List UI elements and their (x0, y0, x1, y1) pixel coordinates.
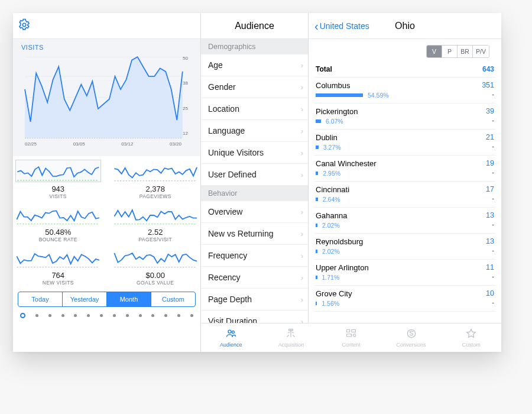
chevron-right-icon: › (301, 170, 303, 179)
page-dot[interactable] (151, 314, 154, 317)
menu-item-label: Gender (208, 82, 236, 92)
menu-item-location[interactable]: Location › (201, 98, 308, 120)
back-button[interactable]: ‹ United States (314, 21, 369, 31)
city-name: Grove City (316, 289, 352, 298)
conversions-icon (405, 328, 418, 341)
segment-custom[interactable]: Custom (151, 292, 195, 306)
metric-value: 943 (15, 185, 101, 193)
tabbar-label: Custom (462, 342, 481, 348)
bottom-tab-bar: Audience Acquisition Content Conversions… (201, 323, 501, 352)
menu-item-new-vs-returning[interactable]: New vs Returning › (201, 223, 308, 245)
audience-menu-list: DemographicsAge ›Gender ›Location ›Langu… (201, 39, 308, 352)
page-dot[interactable] (87, 314, 90, 317)
gear-icon[interactable] (18, 18, 31, 34)
menu-item-label: Page Depth (208, 295, 252, 304)
metric-label: BOUNCE RATE (15, 237, 101, 242)
app-frame: VISITS 50382512 02/2503/0503/1203/20 943… (13, 13, 501, 352)
city-name: Reynoldsburg (316, 237, 363, 246)
menu-item-user-defined[interactable]: User Defined › (201, 164, 308, 186)
metric-thumb-goals-value[interactable]: $0.00 GOALS VALUE (113, 246, 199, 286)
page-dot[interactable] (139, 314, 142, 317)
city-row[interactable]: Dublin 21 3.27% - (314, 130, 495, 156)
tabbar-content[interactable]: Content (321, 324, 381, 352)
menu-item-frequency[interactable]: Frequency › (201, 245, 308, 267)
menu-item-label: Location (208, 104, 239, 114)
metric-tab-br[interactable]: BR (458, 46, 473, 57)
page-dot[interactable] (35, 314, 38, 317)
section-header: Behavior (201, 186, 308, 201)
city-secondary: - (492, 195, 494, 202)
city-bar (316, 172, 318, 175)
main-chart[interactable]: 50382512 02/2503/0503/1203/20 (21, 53, 194, 149)
page-dot[interactable] (48, 314, 51, 317)
city-row[interactable]: Upper Arlington 11 1.71% - (314, 260, 495, 286)
city-percent: 2.02% (322, 248, 340, 255)
menu-item-page-depth[interactable]: Page Depth › (201, 289, 308, 310)
metric-tab-pv[interactable]: P/V (473, 46, 489, 57)
menu-item-gender[interactable]: Gender › (201, 76, 308, 98)
city-value: 19 (486, 159, 494, 168)
section-header: Demographics (201, 39, 308, 54)
city-percent: 2.64% (323, 196, 340, 203)
city-percent: 1.56% (322, 300, 339, 307)
segment-month[interactable]: Month (107, 292, 151, 306)
city-name: Dublin (316, 133, 338, 142)
page-dot[interactable] (177, 314, 180, 317)
page-dot[interactable] (61, 314, 64, 317)
city-secondary: - (492, 117, 494, 124)
svg-point-0 (22, 23, 26, 27)
tabbar-conversions[interactable]: Conversions (381, 324, 442, 352)
metric-tab-v[interactable]: V (427, 46, 442, 57)
tabbar-custom[interactable]: Custom (441, 324, 501, 352)
metric-thumb-new-visits[interactable]: 764 NEW VISITS (15, 246, 101, 286)
acquisition-icon (284, 328, 297, 341)
metric-value: 764 (15, 271, 101, 280)
chevron-right-icon: › (301, 295, 303, 304)
page-dot[interactable] (164, 314, 167, 317)
svg-point-12 (228, 330, 231, 333)
city-row[interactable]: Grove City 10 1.56% - (314, 286, 495, 312)
menu-item-label: New vs Returning (208, 229, 274, 238)
metric-thumb-pageviews[interactable]: 2,378 PAGEVIEWS (113, 160, 199, 199)
metric-thumb-bounce-rate[interactable]: 50.48% BOUNCE RATE (15, 203, 101, 242)
tabbar-acquisition[interactable]: Acquisition (261, 324, 322, 352)
menu-item-label: Unique Visitors (208, 148, 264, 157)
city-value: 13 (486, 237, 494, 246)
page-dot[interactable] (190, 314, 193, 317)
metric-thumb-visits[interactable]: 943 VISITS (15, 160, 101, 199)
svg-rect-15 (346, 329, 349, 332)
city-row[interactable]: Columbus 351 54.59% - (314, 77, 495, 104)
total-row: Total 643 (314, 62, 495, 77)
metric-thumb-pages-visit[interactable]: 2.52 PAGES/VISIT (113, 203, 199, 242)
menu-item-unique-visitors[interactable]: Unique Visitors › (201, 142, 308, 164)
city-value: 17 (486, 185, 494, 194)
chevron-right-icon: › (301, 208, 303, 216)
page-dot[interactable] (74, 314, 77, 317)
y-axis-ticks: 50382512 (183, 56, 193, 136)
tabbar-label: Acquisition (278, 342, 304, 348)
tabbar-audience[interactable]: Audience (201, 324, 261, 352)
city-bar (316, 224, 317, 227)
tabbar-label: Content (342, 342, 361, 348)
menu-item-label: User Defined (208, 170, 257, 179)
metric-value: 2.52 (113, 228, 199, 237)
city-row[interactable]: Reynoldsburg 13 2.02% - (314, 234, 495, 260)
page-dot[interactable] (20, 313, 25, 318)
segment-yesterday[interactable]: Yesterday (63, 292, 107, 306)
metric-label: VISITS (15, 193, 101, 199)
city-row[interactable]: Cincinnati 17 2.64% - (314, 182, 495, 208)
page-dot[interactable] (113, 314, 116, 317)
menu-item-overview[interactable]: Overview › (201, 201, 308, 223)
page-dot[interactable] (126, 314, 129, 317)
location-list: Total 643 Columbus 351 54.59% - Pickerin… (309, 62, 501, 352)
city-row[interactable]: Gahanna 13 2.02% - (314, 208, 495, 234)
segment-today[interactable]: Today (18, 292, 63, 306)
menu-item-recency[interactable]: Recency › (201, 267, 308, 289)
menu-item-language[interactable]: Language › (201, 120, 308, 142)
menu-item-label: Age (208, 60, 223, 70)
menu-item-age[interactable]: Age › (201, 54, 308, 76)
metric-tab-p[interactable]: P (442, 46, 458, 57)
city-row[interactable]: Canal Winchester 19 2.95% - (314, 156, 495, 182)
city-row[interactable]: Pickerington 39 6.07% - (314, 104, 495, 130)
page-dot[interactable] (100, 314, 103, 317)
